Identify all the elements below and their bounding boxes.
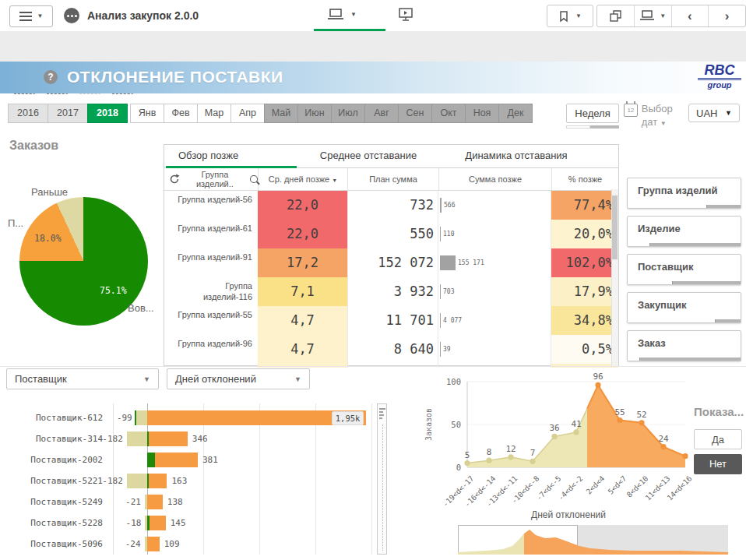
cell-group[interactable]: Группа изделий-55 (164, 306, 258, 335)
cell-group[interactable]: Группа изделий-56 (164, 191, 258, 220)
app-title: Анализ закупок 2.0.0 (87, 9, 199, 22)
column-header-days-late[interactable]: Ср. дней позже (258, 168, 347, 190)
bar-ontime-segment[interactable] (147, 453, 155, 467)
svg-text:8: 8 (487, 447, 492, 457)
cell-pct-late: 34,8% (551, 306, 618, 335)
bar-category-label[interactable]: Поставщик-2002 (0, 449, 103, 470)
filter-listbox-2[interactable]: Поставщик (627, 254, 741, 285)
month-button-7[interactable]: Авг (364, 104, 399, 123)
filter-scrollbar[interactable] (628, 319, 741, 322)
bar-early-segment[interactable] (127, 431, 147, 446)
filter-listbox-3[interactable]: Закупщик (627, 292, 741, 323)
cell-group[interactable]: Группа изделий-91 (164, 248, 258, 277)
search-icon[interactable] (250, 175, 258, 183)
year-button-2018[interactable]: 2018 (87, 104, 128, 123)
table-row[interactable]: Группа изделий-9117,2152 072155 171102,0… (164, 248, 618, 277)
bar-category-label[interactable]: Поставщик-314 (0, 428, 103, 449)
help-icon[interactable]: ? (44, 70, 58, 84)
month-button-3[interactable]: Апр (230, 104, 265, 123)
next-sheet-button[interactable]: › (708, 5, 745, 26)
month-button-4[interactable]: Май (264, 104, 298, 123)
filter-scrollbar[interactable] (628, 357, 741, 361)
bar-late-segment[interactable] (147, 495, 163, 509)
table-row[interactable]: Группа изделий-5622,073256677,4% (164, 191, 618, 220)
month-button-11[interactable]: Дек (498, 104, 533, 123)
month-button-8[interactable]: Сен (398, 104, 432, 123)
cell-pct-late: 77,4% (551, 191, 618, 220)
bar-late-segment[interactable] (155, 453, 198, 467)
bar-late-segment[interactable] (150, 516, 166, 530)
bookmarks-button[interactable] (547, 5, 593, 27)
cell-late-sum: 155 171 (438, 248, 551, 277)
scrollbar-thumb[interactable] (612, 195, 618, 259)
measure-dropdown[interactable]: Дней отклонений (167, 368, 310, 389)
cell-group[interactable]: Группа изделий-61 (164, 220, 258, 248)
presentation-button[interactable] (398, 7, 413, 26)
chevron-down-icon (143, 375, 150, 383)
month-button-9[interactable]: Окт (431, 104, 466, 123)
bar-early-value: -182 (102, 431, 123, 446)
year-button-2016[interactable]: 2016 (8, 104, 48, 123)
tab-average-lag[interactable]: Среднее отставание (298, 145, 438, 167)
bar-chart-minimap-scrollbar[interactable] (377, 403, 387, 555)
menu-button[interactable] (9, 5, 53, 27)
month-button-5[interactable]: Июн (297, 104, 332, 123)
table-header: Группа изделий.. Ср. дней позже План сум… (164, 168, 618, 191)
bar-late-value: 346 (192, 431, 208, 446)
bar-late-segment[interactable] (149, 474, 167, 488)
currency-dropdown[interactable]: UAH (688, 104, 740, 122)
filter-listbox-4[interactable]: Заказ (627, 330, 741, 361)
week-filter[interactable]: Неделя (566, 104, 619, 123)
laptop-icon (327, 8, 344, 22)
show-yes-button[interactable]: Да (694, 429, 742, 449)
bar-late-segment[interactable] (149, 431, 188, 446)
tab-late-overview[interactable]: Обзор позже (164, 145, 298, 167)
table-row[interactable]: Группа изделий-6122,055011020,0% (164, 220, 618, 248)
column-header-group[interactable]: Группа изделий.. (164, 170, 258, 188)
month-button-2[interactable]: Мар (197, 104, 231, 123)
cell-group[interactable]: Группа изделий-116 (164, 277, 258, 306)
supplier-dimension-dropdown[interactable]: Поставщик (6, 368, 159, 389)
bar-category-label[interactable]: Поставщик-5221 (0, 470, 103, 491)
prev-sheet-button[interactable]: ‹ (671, 5, 709, 26)
filter-scrollbar[interactable] (628, 281, 741, 284)
tab-lag-dynamics[interactable]: Динамика отставания (438, 145, 594, 167)
week-filter-scrollbar[interactable] (566, 125, 619, 129)
date-picker-button[interactable]: 12 Выбор дат (624, 102, 678, 130)
filter-scrollbar[interactable] (628, 243, 741, 246)
deviation-area-chart[interactable]: 050100Заказов58127364196555224-19<d<-17-… (424, 370, 693, 506)
column-header-pct-late[interactable]: % позже (551, 168, 618, 190)
month-button-10[interactable]: Ноя (465, 104, 499, 123)
bar-category-label[interactable]: Поставщик-5228 (0, 512, 103, 534)
filter-listbox-0[interactable]: Группа изделий (627, 178, 741, 209)
bar-late-segment[interactable] (147, 537, 160, 551)
mini-chart-title: Дней отклонений (498, 509, 639, 520)
bar-category-label[interactable]: Поставщик-612 (0, 407, 103, 428)
range-mini-chart[interactable] (458, 526, 728, 555)
month-button-0[interactable]: Янв (130, 104, 164, 123)
bar-category-label[interactable]: Поставщик-5096 (0, 534, 103, 555)
filter-scrollbar[interactable] (628, 205, 741, 208)
table-scrollbar[interactable] (611, 189, 618, 366)
table-row[interactable]: Группа изделий-554,711 7014 07734,8% (164, 306, 618, 335)
table-row[interactable]: Группа изделий-1167,13 93270317,9% (164, 277, 618, 306)
month-button-6[interactable]: Июл (331, 104, 365, 123)
bar-ontime-segment[interactable] (135, 410, 136, 425)
bar-early-segment[interactable] (136, 410, 147, 425)
year-button-2017[interactable]: 2017 (48, 104, 88, 123)
filter-listbox-1[interactable]: Изделие (627, 216, 741, 247)
column-header-late-sum[interactable]: Сумма позже (438, 168, 551, 190)
bar-early-segment[interactable] (127, 474, 147, 488)
cell-group[interactable]: Группа изделий-96 (164, 335, 258, 364)
sheet-view-button[interactable] (327, 8, 357, 22)
cell-days-late: 4,7 (258, 306, 347, 335)
scrollbar-window (628, 357, 640, 361)
bar-category-label[interactable]: Поставщик-5249 (0, 491, 103, 512)
column-header-plan-sum[interactable]: План сумма (347, 168, 438, 190)
month-button-1[interactable]: Фев (164, 104, 198, 123)
table-row[interactable]: Группа изделий-964,78 640390,5% (164, 335, 618, 364)
sheets-button[interactable] (597, 5, 634, 26)
sheet-list-button[interactable] (634, 5, 671, 26)
dropdown-value: Дней отклонений (175, 373, 256, 385)
show-no-button[interactable]: Нет (694, 454, 742, 474)
